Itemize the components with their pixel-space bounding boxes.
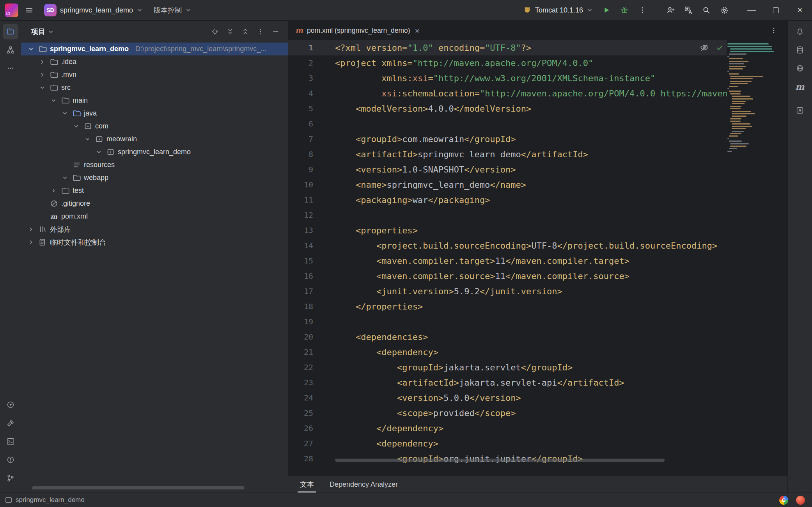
debug-button[interactable]	[616, 2, 633, 18]
tree-item[interactable]: main	[21, 94, 288, 107]
panel-options-icon[interactable]	[254, 25, 267, 38]
code-line[interactable]: 9 <version>1.0-SNAPSHOT</version>	[288, 162, 787, 177]
code-line[interactable]: 27 <dependency>	[288, 436, 787, 451]
code-line[interactable]: 22 <groupId>jakarta.servlet</groupId>	[288, 360, 787, 375]
tree-item[interactable]: springmvc_learn_demo	[21, 146, 288, 158]
minimap[interactable]	[727, 40, 787, 163]
code-line[interactable]: 24 <version>5.0.0</version>	[288, 390, 787, 406]
code-line[interactable]: 23 <artifactId>jakarta.servlet-api</arti…	[288, 375, 787, 390]
code-line[interactable]: 26 </dependency>	[288, 421, 787, 436]
locate-file-icon[interactable]	[208, 25, 222, 38]
tree-item[interactable]: .gitignore	[21, 197, 288, 210]
code-line[interactable]: 16 <maven.compiler.source>11</maven.comp…	[288, 269, 787, 284]
code-line[interactable]: 10 <name>springmvc_learn_demo</name>	[288, 177, 787, 192]
project-panel-scrollbar[interactable]	[32, 486, 245, 489]
code-line[interactable]: 8 <artifactId>springmvc_learn_demo</arti…	[288, 147, 787, 162]
tree-item[interactable]: resources	[21, 158, 288, 171]
problems-tool-icon[interactable]	[3, 452, 18, 468]
code-line[interactable]: 28 <groupId>org.junit.jupiter</groupId>	[288, 451, 787, 464]
code-line[interactable]: 3 xmlns:xsi="http://www.w3.org/2001/XMLS…	[288, 71, 787, 86]
project-tool-icon[interactable]	[3, 24, 18, 39]
structure-tool-icon[interactable]	[3, 42, 18, 58]
code-line[interactable]: 15 <maven.compiler.target>11</maven.comp…	[288, 253, 787, 269]
vcs-widget[interactable]: 版本控制	[150, 4, 195, 17]
google-translate-icon[interactable]: G	[779, 496, 788, 505]
code-line[interactable]: 14 <project.build.sourceEncoding>UTF-8</…	[288, 238, 787, 253]
code-line[interactable]: 19	[288, 314, 787, 329]
maven-tool-icon[interactable]: m	[792, 79, 808, 94]
run-button[interactable]	[598, 2, 615, 18]
code-line[interactable]: 4 xsi:schemaLocation="http://maven.apach…	[288, 86, 787, 101]
collapse-all-icon[interactable]	[239, 25, 252, 38]
close-tab-icon[interactable]: ×	[415, 27, 420, 35]
tree-item[interactable]: java	[21, 107, 288, 120]
code-line[interactable]: 13 <properties>	[288, 223, 787, 238]
hide-panel-icon[interactable]	[269, 25, 282, 38]
tree-item[interactable]: .idea	[21, 55, 288, 68]
close-button[interactable]: ×	[788, 0, 812, 20]
code-line[interactable]: 5 <modelVersion>4.0.0</modelVersion>	[288, 101, 787, 116]
chevron-down-icon[interactable]	[60, 175, 69, 181]
chevron-down-icon[interactable]	[60, 110, 69, 116]
tab-options-icon[interactable]	[766, 22, 782, 39]
no-problems-check-icon[interactable]	[715, 43, 724, 52]
code-line[interactable]: 12	[288, 208, 787, 223]
chevron-down-icon[interactable]	[83, 136, 92, 142]
chevron-right-icon[interactable]	[27, 239, 35, 245]
tree-item[interactable]: com	[21, 120, 288, 133]
editor-view-tab[interactable]: 文本	[300, 476, 314, 493]
run-config-widget[interactable]: Tomcat 10.1.16	[519, 4, 597, 16]
translation-tool-icon[interactable]	[792, 103, 808, 118]
endpoints-globe-icon[interactable]	[792, 60, 808, 76]
maximize-button[interactable]	[764, 0, 788, 20]
status-project-name[interactable]: springmvc_learn_demo	[16, 496, 85, 504]
chevron-down-icon[interactable]	[72, 123, 80, 129]
code-line[interactable]: 20 <dependencies>	[288, 329, 787, 345]
minimize-button[interactable]: —	[739, 0, 764, 20]
version-control-tool-icon[interactable]	[3, 470, 18, 486]
tree-item[interactable]: mpom.xml	[21, 210, 288, 223]
code-line[interactable]: 2<project xmlns="http://maven.apache.org…	[288, 55, 787, 71]
code-line[interactable]: 6	[288, 116, 787, 132]
code-line[interactable]: 18 </properties>	[288, 299, 787, 314]
build-tool-icon[interactable]	[3, 415, 18, 431]
database-tool-icon[interactable]	[792, 42, 808, 58]
chevron-down-icon[interactable]	[48, 29, 54, 35]
code-line[interactable]: 25 <scope>provided</scope>	[288, 406, 787, 421]
highlighting-off-icon[interactable]	[700, 43, 709, 52]
tree-item[interactable]: 临时文件和控制台	[21, 236, 288, 249]
plugin-status-icon[interactable]	[796, 496, 805, 505]
main-menu-icon[interactable]	[21, 2, 37, 18]
chevron-down-icon[interactable]	[38, 85, 46, 91]
tree-item[interactable]: meowrain	[21, 133, 288, 146]
tree-item[interactable]: webapp	[21, 171, 288, 184]
tree-item[interactable]: src	[21, 81, 288, 94]
tree-item[interactable]: test	[21, 184, 288, 197]
code-line[interactable]: 7 <groupId>com.meowrain</groupId>	[288, 132, 787, 147]
chevron-down-icon[interactable]	[27, 46, 35, 52]
tree-item[interactable]: .mvn	[21, 68, 288, 81]
editor-tab-pom-xml[interactable]: m pom.xml (springmvc_learn_demo) ×	[288, 21, 427, 40]
notifications-icon[interactable]	[792, 24, 808, 39]
chevron-right-icon[interactable]	[27, 226, 35, 232]
code-line[interactable]: 17 <junit.version>5.9.2</junit.version>	[288, 284, 787, 299]
chevron-right-icon[interactable]	[49, 188, 58, 194]
code-line[interactable]: 11 <packaging>war</packaging>	[288, 192, 787, 208]
more-tool-windows-icon[interactable]	[3, 60, 18, 76]
chevron-down-icon[interactable]	[49, 98, 58, 103]
editor-horizontal-scrollbar[interactable]	[335, 459, 665, 462]
translate-icon[interactable]	[680, 2, 697, 18]
code-with-me-icon[interactable]	[662, 2, 679, 18]
tree-item[interactable]: 外部库	[21, 223, 288, 236]
code-line[interactable]: 21 <dependency>	[288, 345, 787, 360]
expand-all-icon[interactable]	[223, 25, 237, 38]
settings-icon[interactable]	[716, 2, 732, 18]
editor-view-tab[interactable]: Dependency Analyzer	[330, 476, 398, 493]
project-widget[interactable]: SD springmvc_learn_demo	[40, 2, 147, 18]
tree-item[interactable]: springmvc_learn_demoD:\project\spring_mv…	[21, 43, 288, 55]
services-tool-icon[interactable]	[3, 397, 18, 413]
more-actions-icon[interactable]	[634, 2, 651, 18]
code-area[interactable]: 1<?xml version="1.0" encoding="UTF-8"?>2…	[288, 40, 787, 464]
terminal-tool-icon[interactable]	[3, 434, 18, 449]
chevron-down-icon[interactable]	[94, 149, 103, 155]
